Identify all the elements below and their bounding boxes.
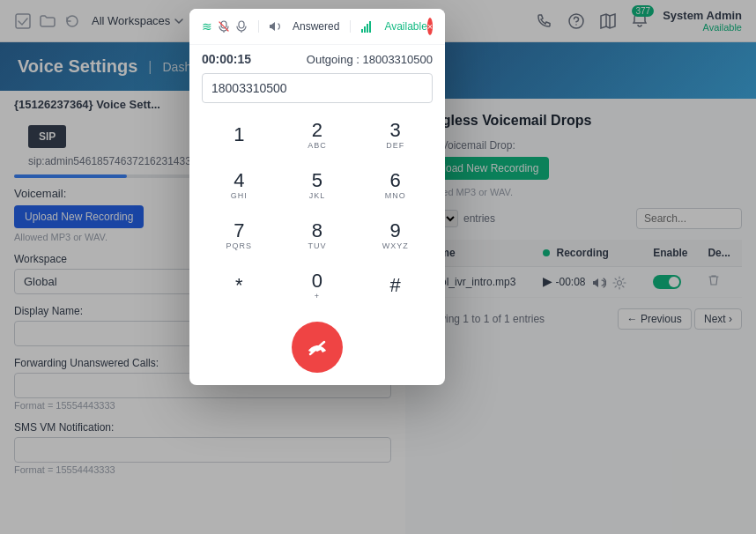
answered-label: Answered: [293, 20, 339, 33]
dial-key-4[interactable]: 4GHI: [202, 162, 277, 209]
mic-mute-icon[interactable]: [218, 20, 230, 33]
dial-key-2[interactable]: 2ABC: [280, 112, 355, 159]
end-call-area: [189, 318, 445, 385]
dialer-icons: ≋: [202, 19, 248, 33]
call-timer: 00:00:15: [202, 52, 251, 66]
dial-key-8[interactable]: 8TUV: [280, 212, 355, 259]
dial-key-6[interactable]: 6MNO: [358, 162, 433, 209]
dial-key-7[interactable]: 7PQRS: [202, 212, 277, 259]
close-dialer-btn[interactable]: ×: [427, 18, 433, 35]
wave-icon: ≋: [202, 19, 212, 33]
call-info: 00:00:15 Outgoing : 18003310500: [189, 45, 445, 73]
svg-rect-9: [239, 21, 244, 28]
speaker-icon[interactable]: [270, 20, 282, 33]
svg-rect-11: [364, 26, 366, 33]
dialpad: 12ABC3DEF4GHI5JKL6MNO7PQRS8TUV9WXYZ*0+#: [189, 112, 445, 318]
dialer-status-area: ≋ Answered: [202, 19, 427, 33]
available-label: Available: [384, 20, 426, 33]
signal-icon: [361, 20, 374, 33]
mic-icon[interactable]: [235, 20, 248, 33]
modal-overlay: ≋ Answered: [0, 0, 756, 534]
dial-key-5[interactable]: 5JKL: [280, 162, 355, 209]
dial-key-3[interactable]: 3DEF: [358, 112, 433, 159]
svg-rect-13: [369, 21, 371, 33]
dialer-header: ≋ Answered: [189, 9, 445, 45]
svg-rect-12: [367, 24, 368, 33]
dial-key-1[interactable]: 1: [202, 112, 277, 159]
dialer-modal: ≋ Answered: [189, 9, 445, 385]
dial-key-*[interactable]: *: [202, 263, 277, 309]
dial-key-0[interactable]: 0+: [280, 263, 355, 309]
end-call-icon: [305, 335, 330, 360]
dial-input[interactable]: [202, 73, 433, 103]
dial-key-#[interactable]: #: [358, 263, 433, 309]
dial-key-9[interactable]: 9WXYZ: [358, 212, 433, 259]
end-call-btn[interactable]: [292, 322, 343, 373]
svg-rect-10: [361, 29, 363, 33]
outgoing-label: Outgoing : 18003310500: [307, 53, 433, 66]
